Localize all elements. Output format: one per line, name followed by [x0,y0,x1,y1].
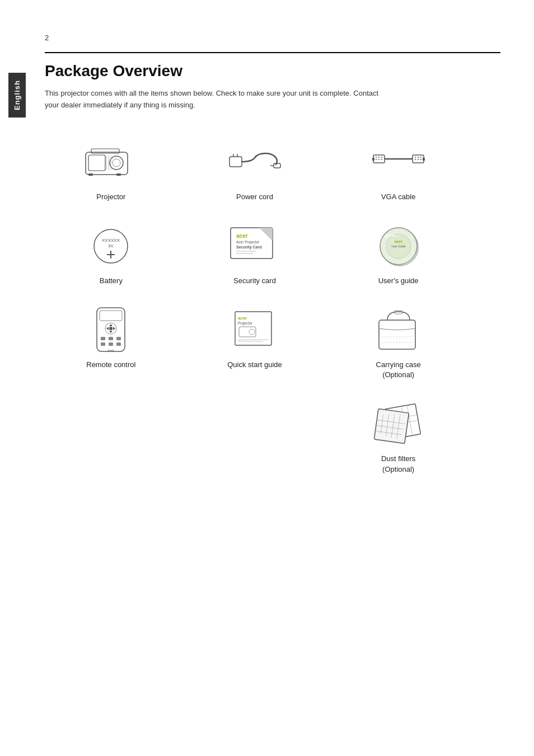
svg-point-19 [376,159,377,160]
svg-text:acer: acer [394,240,402,243]
carrying-case-image [368,305,429,355]
page-description: This projector comes with all the items … [45,88,381,111]
svg-rect-0 [86,152,128,175]
svg-rect-4 [91,149,119,153]
quick-start-label: Quick start guide [227,360,282,370]
vga-cable-label: VGA cable [381,192,415,202]
remote-control-label: Remote control [86,360,135,370]
svg-point-21 [381,159,382,160]
svg-text:Acer Projector: Acer Projector [236,240,260,245]
item-vga-cable: VGA cable [332,132,465,210]
svg-rect-22 [372,158,374,161]
battery-label: Battery [100,276,123,286]
page-wrapper: English 2 Package Overview This projecto… [0,0,534,756]
svg-text:Security Card: Security Card [236,245,262,250]
projector-image [80,137,142,187]
svg-marker-55 [113,327,115,330]
svg-text:acer: acer [107,349,114,352]
svg-text:acer: acer [238,316,247,321]
svg-rect-50 [100,311,122,321]
svg-point-29 [418,159,419,160]
svg-point-18 [381,157,382,158]
svg-marker-53 [109,331,113,333]
items-grid: Projector Pow [45,132,465,482]
svg-rect-57 [101,337,105,340]
users-guide-image: acer User Guide [368,221,429,271]
svg-rect-1 [88,155,105,171]
security-card-label: Security card [233,276,276,286]
svg-rect-58 [109,337,113,340]
language-label: English [8,73,26,118]
svg-rect-61 [109,342,113,346]
top-rule [45,52,500,53]
svg-point-3 [113,159,120,167]
item-dust-filters: Dust filters(Optional) [332,393,465,482]
security-card-image: acer Acer Projector Security Card [224,221,285,271]
dust-filters-image [368,399,429,449]
svg-rect-5 [88,173,93,176]
power-cord-label: Power cord [236,192,273,202]
page-title: Package Overview [45,62,500,80]
svg-point-28 [415,159,416,160]
projector-label: Projector [96,192,125,202]
svg-point-27 [420,157,421,158]
svg-rect-13 [274,163,280,168]
carrying-case-label: Carrying case(Optional) [376,360,421,380]
battery-image: XXXXXX 3V [80,221,142,271]
svg-marker-52 [109,324,113,326]
svg-rect-6 [116,173,121,176]
remote-control-image: acer [80,305,142,355]
item-projector: Projector [45,132,177,210]
svg-rect-62 [116,342,121,346]
svg-point-2 [110,156,123,170]
item-remote-control: acer Remote control [45,299,177,388]
svg-rect-10 [229,157,242,167]
svg-rect-67 [239,327,256,337]
svg-point-17 [378,157,380,158]
dust-filters-label: Dust filters(Optional) [381,454,415,474]
vga-cable-image [368,137,429,187]
main-content: 2 Package Overview This projector comes … [34,0,534,756]
svg-marker-54 [106,327,109,330]
item-security-card: acer Acer Projector Security Card Securi… [189,215,321,294]
svg-rect-72 [379,320,415,349]
svg-text:User Guide: User Guide [391,245,406,248]
item-users-guide: acer User Guide User's guide [332,215,465,294]
svg-point-30 [420,159,421,160]
svg-text:3V: 3V [108,243,114,248]
svg-rect-60 [101,342,105,346]
sidebar: English [0,0,34,756]
svg-rect-59 [116,337,121,340]
item-power-cord: Power cord [189,132,321,210]
svg-rect-83 [374,408,409,443]
svg-point-56 [109,327,113,330]
quick-start-image: acer Projector [224,305,285,355]
item-battery: XXXXXX 3V Battery [45,215,177,294]
svg-text:XXXXXX: XXXXXX [102,238,120,243]
svg-text:Projector: Projector [238,321,253,326]
svg-point-16 [376,157,377,158]
svg-text:acer: acer [236,233,248,239]
item-quick-start: acer Projector Quick start guide [189,299,321,388]
users-guide-label: User's guide [378,276,419,286]
svg-rect-31 [423,158,425,161]
item-carrying-case: Carrying case(Optional) [332,299,465,388]
svg-point-26 [418,157,419,158]
power-cord-image [224,137,285,187]
svg-point-68 [249,329,255,335]
svg-point-20 [378,159,380,160]
svg-point-25 [415,157,416,158]
page-number: 2 [45,34,500,42]
